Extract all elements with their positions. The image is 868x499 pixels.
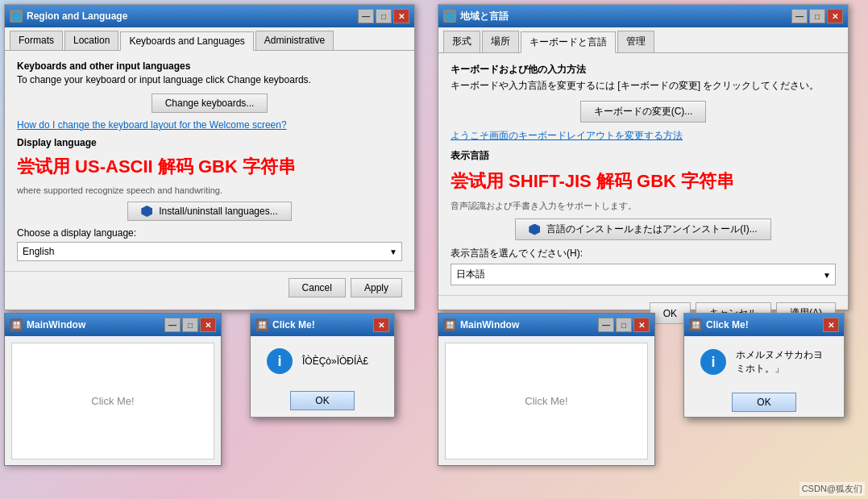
main-minimize[interactable]: —	[164, 318, 181, 332]
dialog-icon: 🌐	[10, 10, 23, 23]
right-main-window: 🪟 MainWindow — □ ✕ Click Me!	[438, 313, 655, 466]
maximize-btn[interactable]: □	[376, 9, 392, 23]
left-region-dialog: 🌐 Region and Language — □ ✕ Formats Loca…	[4, 4, 415, 310]
left-ok-btn[interactable]: OK	[290, 391, 354, 410]
right-language-select-wrapper[interactable]: 日本語	[451, 264, 836, 285]
left-dialog-titlebar: 🌐 Region and Language — □ ✕	[5, 5, 414, 27]
info-icon: i	[267, 348, 293, 374]
left-apply-btn[interactable]: Apply	[351, 278, 402, 297]
right-msgbox-titlebar: 🪟 Click Me! ✕	[684, 314, 844, 336]
minimize-btn[interactable]: —	[358, 9, 374, 23]
right-tab-format[interactable]: 形式	[443, 31, 480, 52]
right-tabs-bar: 形式 場所 キーボードと言語 管理	[438, 27, 848, 53]
right-info-icon: i	[700, 349, 726, 375]
left-link[interactable]: How do I change the keyboard layout for …	[17, 119, 402, 131]
right-tab-admin[interactable]: 管理	[617, 31, 654, 52]
left-msgbox-buttons: OK	[251, 386, 394, 420]
right-tab-keyboards[interactable]: キーボードと言語	[521, 31, 616, 53]
left-main-titlebar: 🪟 MainWindow — □ ✕	[5, 314, 221, 336]
left-main-title: MainWindow	[27, 319, 85, 331]
right-section1-text: キーボードや入力言語を変更するには [キーボードの変更] をクリックしてください…	[451, 79, 836, 93]
left-panel: 🌐 Region and Language — □ ✕ Formats Loca…	[0, 0, 434, 499]
right-msgbox-text: ホメルヌメサカわヨミホト。」	[736, 348, 828, 376]
right-dialog-content: キーボードおよび他の入力方法 キーボードや入力言語を変更するには [キーボードの…	[438, 53, 848, 295]
right-maximize-btn[interactable]: □	[809, 9, 825, 23]
tab-formats[interactable]: Formats	[10, 31, 63, 50]
right-main-restore[interactable]: □	[616, 318, 632, 332]
left-msgbox-titlebar: 🪟 Click Me! ✕	[251, 314, 394, 336]
right-dialog-title: 地域と言語	[460, 10, 509, 23]
right-warning: 尝试用 SHIFT-JIS 解码 GBK 字符串	[451, 169, 836, 193]
right-click-me[interactable]: Click Me!	[525, 395, 567, 407]
left-section1-title: Keyboards and other input languages	[17, 60, 402, 72]
left-msgbox: 🪟 Click Me! ✕ i ÎÒÈÇò»ÏÒÐÍÀ£ OK	[250, 313, 395, 418]
right-panel: 🌐 地域と言語 — □ ✕ 形式 場所 キーボードと言語 管理 キーボードおよび…	[434, 0, 868, 499]
right-language-select[interactable]: 日本語	[451, 264, 836, 285]
right-region-dialog: 🌐 地域と言語 — □ ✕ 形式 場所 キーボードと言語 管理 キーボードおよび…	[438, 4, 849, 310]
left-cancel-btn[interactable]: Cancel	[289, 278, 346, 297]
right-main-close[interactable]: ✕	[633, 318, 650, 332]
left-section1-text: To change your keyboard or input languag…	[17, 74, 402, 85]
right-msgbox-buttons: OK	[684, 388, 844, 422]
left-main-icon: 🪟	[10, 318, 23, 331]
right-close-btn[interactable]: ✕	[827, 9, 843, 23]
left-bottom-buttons: Cancel Apply	[5, 271, 414, 304]
right-shield-icon	[529, 224, 540, 235]
left-msgbox-title: Click Me!	[272, 319, 315, 331]
tab-administrative[interactable]: Administrative	[255, 31, 334, 50]
left-msgbox-icon: 🪟	[255, 318, 268, 331]
right-msgbox-close[interactable]: ✕	[823, 318, 839, 332]
left-msgbox-close[interactable]: ✕	[373, 318, 389, 332]
left-msgbox-text: ÎÒÈÇò»ÏÒÐÍÀ£	[302, 356, 368, 367]
tab-keyboards[interactable]: Keyboards and Languages	[120, 31, 253, 51]
right-msgbox-content: i ホメルヌメサカわヨミホト。」	[684, 336, 844, 388]
left-warning: 尝试用 US-ASCII 解码 GBK 字符串	[17, 155, 402, 179]
shield-icon	[141, 206, 152, 217]
title-controls: — □ ✕	[358, 9, 409, 23]
right-main-titlebar: 🪟 MainWindow — □ ✕	[438, 314, 654, 336]
left-change-keyboards-btn[interactable]: Change keyboards...	[152, 94, 268, 113]
left-dialog-title: Region and Language	[27, 10, 127, 22]
right-msgbox: 🪟 Click Me! ✕ i ホメルヌメサカわヨミホト。」 OK	[683, 313, 845, 418]
left-dialog-content: Keyboards and other input languages To c…	[5, 51, 414, 271]
right-msgbox-title: Click Me!	[706, 319, 749, 331]
left-tabs-bar: Formats Location Keyboards and Languages…	[5, 27, 414, 51]
right-msgbox-icon: 🪟	[689, 318, 702, 331]
right-main-minimize[interactable]: —	[598, 318, 614, 332]
main-close[interactable]: ✕	[200, 318, 216, 332]
left-choose-label: Choose a display language:	[17, 227, 402, 239]
right-display-language-label: 表示言語	[451, 149, 836, 163]
right-minimize-btn[interactable]: —	[791, 9, 808, 23]
right-msgbox-ok-btn[interactable]: OK	[732, 393, 795, 412]
right-main-icon: 🪟	[443, 318, 456, 331]
left-msgbox-content: i ÎÒÈÇò»ÏÒÐÍÀ£	[251, 336, 394, 386]
left-main-content[interactable]: Click Me!	[11, 343, 214, 459]
left-small-note: where supported recognize speech and han…	[17, 185, 402, 195]
watermark: CSDN@狐友们	[799, 482, 865, 496]
right-link[interactable]: ようこそ画面のキーボードレイアウトを変更する方法	[451, 129, 836, 143]
main-restore[interactable]: □	[182, 318, 198, 332]
right-small-note: 音声認識および手書き入力をサポートします。	[451, 200, 836, 212]
left-click-me[interactable]: Click Me!	[91, 395, 134, 407]
left-display-language-label: Display language	[17, 137, 402, 148]
right-dialog-titlebar: 🌐 地域と言語 — □ ✕	[438, 5, 848, 27]
left-language-select[interactable]: English	[17, 242, 402, 261]
right-tab-location[interactable]: 場所	[482, 31, 519, 52]
tab-location[interactable]: Location	[64, 31, 118, 50]
right-dialog-icon: 🌐	[443, 10, 456, 23]
right-install-btn[interactable]: 言語のインストールまたはアンインストール(I)...	[515, 218, 770, 240]
right-main-content[interactable]: Click Me!	[445, 343, 648, 459]
right-section1-title: キーボードおよび他の入力方法	[451, 63, 836, 77]
left-install-btn[interactable]: Install/uninstall languages...	[127, 202, 291, 221]
right-change-keyboards-btn[interactable]: キーボードの変更(C)...	[580, 101, 707, 123]
left-language-select-wrapper[interactable]: English	[17, 242, 402, 261]
right-main-title: MainWindow	[460, 319, 519, 331]
left-main-window: 🪟 MainWindow — □ ✕ Click Me!	[4, 313, 222, 466]
right-choose-label: 表示言語を選んでください(H):	[451, 247, 836, 260]
close-btn[interactable]: ✕	[393, 9, 409, 23]
